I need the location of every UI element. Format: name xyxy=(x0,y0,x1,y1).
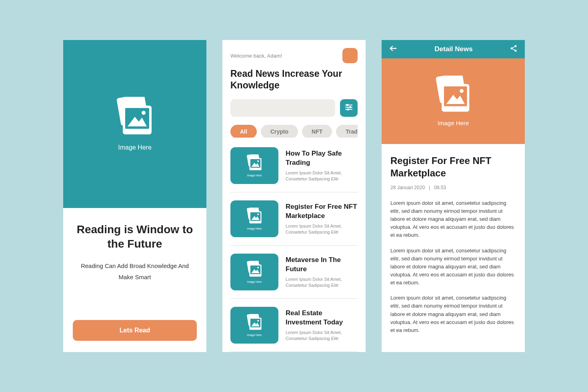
news-thumb: Image Here xyxy=(230,200,278,237)
onboarding-hero: Image Here xyxy=(63,40,206,208)
svg-rect-17 xyxy=(250,168,260,169)
svg-point-44 xyxy=(460,89,464,93)
news-title: Real Estate Investment Today xyxy=(286,309,358,327)
detail-paragraphs: Lorem ipsum dolor sit amet, consetetur s… xyxy=(390,199,516,334)
svg-point-37 xyxy=(515,45,517,47)
detail-hero-caption: Image Here xyxy=(438,120,469,126)
thumb-caption: Image Here xyxy=(247,280,262,283)
svg-rect-23 xyxy=(250,221,260,222)
news-detail-screen: Detail News xyxy=(382,40,525,352)
image-placeholder-icon xyxy=(246,314,263,332)
image-placeholder-icon xyxy=(246,208,263,226)
svg-point-7 xyxy=(347,104,348,106)
category-chips: AllCryptoNFTTrading xyxy=(230,125,358,138)
chip-crypto[interactable]: Crypto xyxy=(261,125,298,138)
share-icon xyxy=(510,44,518,54)
svg-point-9 xyxy=(350,106,351,108)
svg-rect-5 xyxy=(125,129,149,132)
onboarding-screen: Image Here Reading is Window to the Futu… xyxy=(63,40,206,352)
news-desc: Lorem Ipsum Dolor Sit Amet, Consetetur S… xyxy=(286,276,358,289)
detail-paragraph: Lorem ipsum dolor sit amet, consetetur s… xyxy=(390,247,516,287)
svg-point-28 xyxy=(257,267,259,268)
news-thumb: Image Here xyxy=(230,254,278,290)
svg-point-11 xyxy=(347,108,349,110)
search-row xyxy=(230,99,358,117)
image-placeholder-icon xyxy=(246,261,263,279)
news-thumb: Image Here xyxy=(230,307,278,344)
detail-paragraph: Lorem ipsum dolor sit amet, consetetur s… xyxy=(390,294,516,334)
onboarding-title: Reading is Window to the Future xyxy=(73,222,197,252)
svg-point-39 xyxy=(515,50,517,52)
detail-hero: Image Here xyxy=(382,58,525,144)
svg-rect-29 xyxy=(250,274,260,276)
news-texts: Register For Free NFT MarketplaceLorem I… xyxy=(286,200,358,237)
news-title: How To Play Safe Trading xyxy=(286,149,358,168)
news-list-screen: Welcome back, Adam! Read News Increase Y… xyxy=(222,40,366,352)
detail-date: 28 Januari 2020 xyxy=(390,185,425,190)
news-item[interactable]: Image HereRegister For Free NFT Marketpl… xyxy=(230,192,358,246)
thumb-caption: Image Here xyxy=(247,334,262,336)
image-placeholder-icon xyxy=(246,154,263,173)
news-title: Register For Free NFT Marketplace xyxy=(286,202,358,221)
news-texts: Metaverse In The FutureLorem Ipsum Dolor… xyxy=(286,254,358,290)
search-input[interactable] xyxy=(230,99,335,117)
back-button[interactable] xyxy=(389,44,398,54)
svg-rect-35 xyxy=(250,328,260,329)
avatar[interactable] xyxy=(342,48,358,63)
onboarding-body: Reading is Window to the Future Reading … xyxy=(63,208,206,352)
svg-point-38 xyxy=(511,47,513,49)
svg-rect-45 xyxy=(444,106,467,110)
thumb-caption: Image Here xyxy=(247,227,262,230)
news-item[interactable]: Image HereMetaverse In The FutureLorem I… xyxy=(230,246,358,299)
arrow-left-icon xyxy=(389,44,398,54)
news-headline: Read News Increase Your Knowledge xyxy=(230,68,358,91)
chip-all[interactable]: All xyxy=(230,125,257,138)
svg-point-34 xyxy=(257,320,259,322)
filter-button[interactable] xyxy=(340,99,358,117)
appbar-title: Detail News xyxy=(434,45,472,53)
image-placeholder-icon xyxy=(433,76,473,116)
thumb-caption: Image Here xyxy=(247,174,262,177)
news-desc: Lorem Ipsum Dolor Sit Amet, Consetetur S… xyxy=(286,223,358,236)
lets-read-button[interactable]: Lets Read xyxy=(73,320,197,341)
news-title: Metaverse In The Future xyxy=(286,256,358,274)
welcome-text: Welcome back, Adam! xyxy=(230,53,282,59)
news-texts: How To Play Safe TradingLorem Ipsum Dolo… xyxy=(286,147,358,184)
svg-point-4 xyxy=(142,111,146,115)
news-list: Image HereHow To Play Safe TradingLorem … xyxy=(230,147,358,352)
news-desc: Lorem Ipsum Dolor Sit Amet, Consetetur S… xyxy=(286,170,358,182)
detail-time: 08.53 xyxy=(434,185,446,190)
detail-body: Register For Free NFT Marketplace 28 Jan… xyxy=(382,144,525,352)
onboarding-subtitle: Reading Can Add Broad Knowledge And Make… xyxy=(73,260,197,283)
detail-paragraph: Lorem ipsum dolor sit amet, consetetur s… xyxy=(390,199,516,240)
detail-meta: 28 Januari 2020 | 08.53 xyxy=(390,185,516,190)
svg-point-22 xyxy=(257,214,259,215)
detail-title: Register For Free NFT Marketplace xyxy=(390,154,516,179)
topbar: Welcome back, Adam! xyxy=(230,48,358,63)
news-texts: Real Estate Investment TodayLorem Ipsum … xyxy=(286,307,358,344)
sliders-icon xyxy=(344,103,353,113)
appbar: Detail News xyxy=(382,40,525,58)
hero-image-caption: Image Here xyxy=(118,144,152,151)
image-placeholder-icon xyxy=(114,97,156,138)
chip-trading[interactable]: Trading xyxy=(336,125,358,138)
share-button[interactable] xyxy=(510,44,518,54)
news-item[interactable]: Image HereReal Estate Investment TodayLo… xyxy=(230,299,358,352)
news-desc: Lorem Ipsum Dolor Sit Amet, Consetetur S… xyxy=(286,330,358,342)
chip-nft[interactable]: NFT xyxy=(302,125,332,138)
news-thumb: Image Here xyxy=(230,147,278,184)
svg-point-16 xyxy=(257,160,259,162)
news-item[interactable]: Image HereHow To Play Safe TradingLorem … xyxy=(230,147,358,192)
